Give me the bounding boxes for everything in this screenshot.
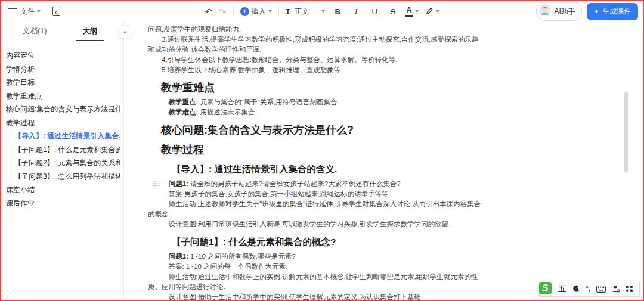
tab-documents[interactable]: 文档(1) (7, 21, 63, 41)
doc-paragraph: 问题,发展学生的观察归纳能力. (148, 24, 482, 35)
tab-outline[interactable]: 大纲 (63, 21, 118, 41)
doc-paragraph: 教学重点: 元素与集合的"属于"关系,用符号语言刻画集合. (148, 97, 482, 107)
outline-item[interactable]: 【子问题1】: 什么是元素和集合的... (6, 143, 120, 157)
doc-heading: 【导入】: 通过生活情景引入集合的含义. (148, 163, 482, 176)
ime-toolbox-icon[interactable] (626, 285, 633, 293)
outline-item[interactable]: 课后作业 (6, 197, 120, 210)
chevron-down-icon (415, 10, 419, 13)
highlight-pen-icon (425, 7, 434, 16)
ai-avatar (539, 4, 551, 18)
doc-heading: 教学重难点 (148, 80, 482, 95)
doc-paragraph: 教学难点: 用描述法表示集合. (148, 107, 482, 117)
paragraph-style-value: 正文 (295, 7, 309, 17)
outline-sidebar: 文档(1) 大纲 内容定位学情分析教学目标教学重难点核心问题:集合的含义与表示方… (1, 21, 124, 300)
outline-item[interactable]: 学情分析 (6, 63, 120, 76)
ime-toolbar: S 五 °, (539, 281, 640, 297)
doc-paragraph: 4.引导学生体会以下数学思想:数形结合、分类与整合、运算求解、等价转化等. (148, 55, 482, 65)
chevron-down-icon (268, 10, 272, 13)
insert-button[interactable]: + 插入 (240, 7, 272, 17)
doc-paragraph: 5.培养学生以下核心素养:数学抽象、逻辑推理、直观想象等. (148, 65, 482, 75)
chevron-down-icon (321, 10, 325, 13)
outline-item[interactable]: 教学重难点 (6, 89, 120, 103)
app-window: 文件 ↶ ↷ + 插入 T 正文 B I U S (0, 0, 644, 301)
ime-handwriting-icon[interactable] (612, 285, 620, 293)
italic-button[interactable]: I (350, 7, 362, 16)
paragraph-style-dropdown[interactable]: T 正文 (286, 7, 326, 17)
insert-label: 插入 (252, 7, 266, 17)
divider (233, 7, 234, 16)
outline-item[interactable]: 教学目标 (6, 76, 120, 89)
undo-icon[interactable]: ↶ (205, 7, 212, 16)
doc-paragraph: 答案:男孩子的集合;女孩子的集合;第一小组站起来;跳绳达标的请举手等等. (148, 189, 482, 199)
document-area[interactable]: 问题,发展学生的观察归纳能力.3.通过联系生活,提高学生学习数学的积极性,形成积… (124, 21, 643, 300)
outline-item[interactable]: 课堂小结 (6, 183, 120, 197)
text-style-icon: T (286, 7, 291, 16)
collapse-sidebar-button[interactable]: « (118, 25, 132, 38)
outline-item[interactable]: 教学过程 (6, 116, 120, 130)
doc-paragraph: 师生活动:通过生活中和数学上的实例,讲解元素的基本概念,让学生判断哪些是元素,组… (148, 272, 482, 292)
chevron-down-icon (436, 10, 439, 13)
document-body: 问题,发展学生的观察归纳能力.3.通过联系生活,提高学生学习数学的积极性,形成积… (124, 21, 482, 300)
doc-paragraph: 答案: 1~10 之间的每一个偶数作为元素. (148, 262, 482, 272)
strikethrough-button[interactable]: S (387, 7, 399, 16)
top-toolbar: 文件 ↶ ↷ + 插入 T 正文 B I U S (1, 1, 643, 21)
doc-heading: 【子问题1】: 什么是元素和集合的概念? (148, 235, 482, 249)
sparkle-icon: ✦ (594, 8, 599, 15)
font-color-icon: A (405, 6, 412, 16)
outline-item[interactable]: 【子问题2】: 元素与集合的关系和... (6, 156, 120, 170)
generate-courseware-label: 生成课件 (602, 7, 631, 17)
outline-item[interactable]: 【导入】: 通过生活情景引入集合... (6, 129, 120, 143)
generate-courseware-button[interactable]: ✦ 生成课件 (587, 3, 638, 20)
sidebar-tabs: 文档(1) 大纲 (7, 21, 117, 41)
redo-icon[interactable]: ↷ (219, 7, 227, 16)
ime-keyboard-icon[interactable] (596, 286, 606, 293)
doc-paragraph: 设计意图:借助于生活中和所学中的实例,使学生理解元素的定义,为认识集合打下基础. (148, 292, 482, 300)
doc-heading: 核心问题:集合的含义与表示方法是什么? (148, 123, 482, 137)
ai-assistant-label: AI助手 (554, 7, 575, 17)
divider (278, 7, 279, 16)
doc-heading: 教学过程 (148, 142, 482, 157)
ime-night-mode-icon[interactable] (572, 285, 580, 293)
font-color-button[interactable]: A (405, 6, 418, 16)
outline-item[interactable]: 核心问题:集合的含义与表示方法是什... (6, 103, 120, 116)
doc-paragraph: 师生活动:上述教师对学生关于"班级里的集合"进行延伸,引导学生对集合深入讨论,从… (148, 199, 482, 219)
doc-paragraph: 3.通过联系生活,提高学生学习数学的积极性,形成积极的学习态度;通过主动探究,合… (148, 35, 482, 55)
highlight-button[interactable] (425, 7, 439, 16)
bold-button[interactable]: B (332, 7, 343, 16)
drag-handle-icon[interactable]: ⠿⠿ (151, 179, 160, 190)
doc-paragraph: 问题1: 1~10 之间的所有偶数,哪些是元素? (148, 252, 482, 262)
underline-button[interactable]: U (369, 7, 380, 16)
ime-punctuation-toggle[interactable]: °, (586, 286, 590, 292)
plus-icon: + (240, 7, 249, 16)
vertical-scrollbar[interactable] (624, 92, 628, 172)
outline-item[interactable]: 【子问题3】: 怎么用列举法和描述... (6, 170, 120, 184)
outline-item[interactable]: 内容定位 (6, 49, 120, 63)
ime-mode-wubi[interactable]: 五 (559, 285, 566, 293)
doc-paragraph: ⠿⠿问题1: 请全班的男孩子站起来?请全班女孩子站起来?大家举例还有什么集合? (148, 179, 482, 189)
sogou-logo-icon[interactable]: S (538, 281, 553, 296)
ai-assistant-button[interactable]: AI助手 (536, 2, 581, 21)
doc-paragraph: 设计意图:利用日常班级生活引入新课,可以激发学生的学习兴趣,引发学生探求数学学问… (148, 219, 482, 229)
outline-list: 内容定位学情分析教学目标教学重难点核心问题:集合的含义与表示方法是什...教学过… (1, 41, 123, 210)
